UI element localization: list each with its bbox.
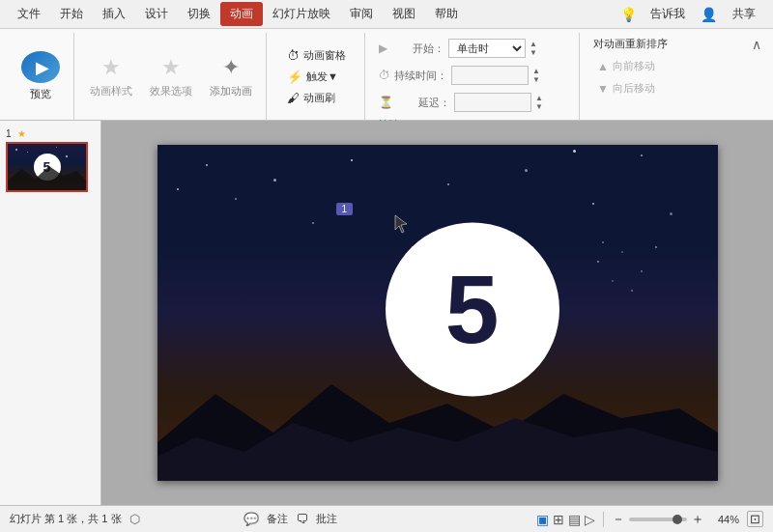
backward-label: 向后移动 [613, 81, 655, 96]
preview-button[interactable]: ▶ 预览 [15, 47, 66, 105]
start-arrows: ▲ ▼ [530, 41, 537, 57]
menu-help[interactable]: 帮助 [425, 2, 468, 26]
slideshow-view-button[interactable]: ▷ [585, 512, 595, 527]
timing-delay-row: ⏳ 延迟： ▲ ▼ [379, 91, 567, 114]
menu-design[interactable]: 设计 [135, 2, 178, 26]
status-bar: 幻灯片 第 1 张，共 1 张 ⬡ 💬 备注 🗨 批注 ▣ ⊞ ▤ ▷ － ＋ … [0, 505, 773, 532]
star-bg-13 [573, 150, 576, 153]
advanced-anim-buttons: ⏱ 动画窗格 ⚡ 触发▼ 🖌 动画刷 [283, 33, 350, 120]
star-bg-7 [592, 203, 594, 205]
star-bg-2 [273, 179, 276, 182]
main-area: 1 ★ 5 [0, 121, 773, 505]
play-icon: ▶ [379, 42, 387, 55]
star-dot-2 [27, 152, 28, 153]
comments-label[interactable]: 批注 [316, 512, 337, 526]
slide-info-icon: ⬡ [129, 512, 140, 526]
delay-down-arrow[interactable]: ▼ [535, 103, 543, 111]
view-buttons: ▣ ⊞ ▤ ▷ [536, 512, 595, 527]
slide-number-row: 1 ★ [6, 128, 95, 139]
menu-slideshow[interactable]: 幻灯片放映 [263, 2, 340, 26]
star-bg-3 [235, 198, 237, 200]
effect-label: 效果选项 [150, 84, 192, 98]
menu-share[interactable]: 共享 [723, 2, 765, 26]
menu-tellme[interactable]: 告诉我 [641, 2, 695, 26]
star-bg-6 [525, 169, 528, 172]
collapse-ribbon-button[interactable]: ∧ [752, 37, 761, 52]
notes-icon: 💬 [243, 512, 259, 526]
normal-view-button[interactable]: ▣ [536, 512, 549, 527]
zoom-slider[interactable] [629, 518, 687, 521]
animation-style-button[interactable]: ★ 动画样式 [84, 47, 138, 105]
duration-up-arrow[interactable]: ▲ [532, 68, 540, 75]
timing-start-row: ▶ 开始： 单击时 ▲ ▼ [379, 37, 567, 60]
fit-page-button[interactable]: ⊡ [747, 511, 763, 527]
duration-down-arrow[interactable]: ▼ [532, 76, 540, 84]
animation-tag: 1 [336, 203, 354, 215]
zoom-thumb [673, 515, 682, 524]
duration-arrows: ▲ ▼ [532, 68, 540, 84]
big-circle: 5 [386, 222, 559, 396]
effect-options-button[interactable]: ★ 效果选项 [144, 47, 198, 105]
slide-thumb-container: 1 ★ 5 [6, 128, 95, 192]
play-triangle: ▶ [36, 57, 49, 78]
notes-label[interactable]: 备注 [267, 512, 288, 526]
zoom-level[interactable]: 44% [708, 514, 739, 525]
delay-label: 延迟： [397, 96, 450, 110]
star-bg-9 [670, 212, 673, 215]
move-backward-button[interactable]: ▼ 向后移动 [593, 79, 696, 98]
menu-view[interactable]: 视图 [383, 2, 425, 26]
zoom-in-button[interactable]: ＋ [691, 511, 704, 528]
anim-pane-label: 动画窗格 [303, 48, 346, 63]
menu-right: 💡 告诉我 👤 共享 [620, 2, 765, 26]
zoom-out-button[interactable]: － [612, 511, 625, 528]
delay-up-arrow[interactable]: ▲ [535, 95, 543, 102]
move-forward-button[interactable]: ▲ 向前移动 [593, 57, 696, 75]
thumb-mountains-svg [8, 161, 86, 190]
big-number: 5 [445, 261, 500, 357]
start-select[interactable]: 单击时 [448, 39, 526, 58]
trigger-label: 触发▼ [306, 70, 338, 84]
slide-star: ★ [17, 128, 26, 139]
menu-review[interactable]: 审阅 [340, 2, 383, 26]
reorder-buttons: ▲ 向前移动 ▼ 向后移动 [593, 57, 696, 98]
menu-insert[interactable]: 插入 [93, 2, 135, 26]
ribbon: ▶ 预览 预览 ★ 动画样式 ★ 效果选项 ✦ 添加动画 [0, 29, 773, 121]
reorder-title: 对动画重新排序 [593, 37, 696, 51]
trigger-button[interactable]: ⚡ 触发▼ [283, 68, 350, 86]
start-up-arrow[interactable]: ▲ [530, 41, 537, 48]
star-scatter [592, 241, 670, 299]
menu-bar: 文件 开始 插入 设计 切换 动画 幻灯片放映 审阅 视图 帮助 💡 告诉我 👤… [0, 0, 773, 29]
star-icon-2: ★ [161, 55, 181, 80]
menu-switch[interactable]: 切换 [178, 2, 220, 26]
start-label: 开始： [391, 42, 444, 56]
slide-thumb-content: 5 [8, 144, 86, 190]
add-animation-button[interactable]: ✦ 添加动画 [204, 47, 258, 105]
star-bg-4 [351, 159, 353, 161]
delay-arrows: ▲ ▼ [535, 95, 543, 111]
slide-thumbnail[interactable]: 5 [6, 142, 88, 192]
canvas-area: 1 5 [101, 121, 773, 505]
duration-input[interactable] [451, 66, 529, 85]
delay-icon: ⏳ [379, 96, 393, 109]
animation-pane-button[interactable]: ⏱ 动画窗格 [283, 46, 350, 65]
duration-label: 持续时间： [394, 69, 447, 83]
start-down-arrow[interactable]: ▼ [530, 49, 537, 57]
delay-input[interactable] [454, 93, 531, 112]
timing-duration-row: ⏱ 持续时间： ▲ ▼ [379, 64, 567, 87]
timing-fields: ▶ 开始： 单击时 ▲ ▼ ⏱ 持续时间： ▲ ▼ [379, 37, 567, 114]
svg-marker-0 [8, 166, 86, 190]
star-bg-5 [447, 183, 449, 185]
grid-view-button[interactable]: ⊞ [553, 512, 564, 527]
menu-file[interactable]: 文件 [8, 2, 50, 26]
lightbulb-icon[interactable]: 💡 [620, 7, 637, 22]
slide-canvas[interactable]: 1 5 [157, 145, 718, 481]
status-right: ▣ ⊞ ▤ ▷ － ＋ 44% ⊡ [536, 511, 763, 528]
reading-view-button[interactable]: ▤ [568, 512, 581, 527]
add-anim-label: 添加动画 [210, 84, 252, 98]
animation-brush-button[interactable]: 🖌 动画刷 [283, 89, 350, 107]
star-bg-11 [312, 222, 314, 224]
up-arrow-icon: ▲ [597, 60, 609, 73]
menu-animation[interactable]: 动画 [220, 2, 263, 26]
brush-label: 动画刷 [303, 91, 335, 105]
menu-start[interactable]: 开始 [50, 2, 93, 26]
